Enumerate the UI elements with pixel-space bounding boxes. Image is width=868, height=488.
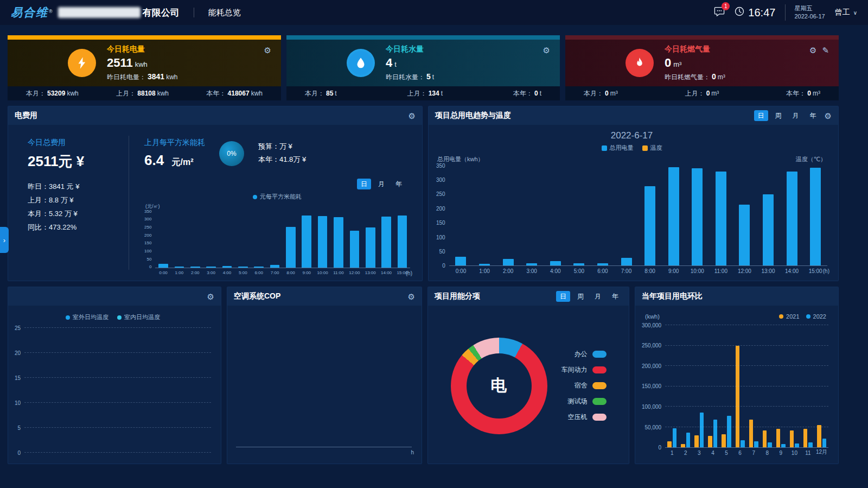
user-menu[interactable]: 曾工 ∨ (835, 8, 857, 17)
chart-gridline (665, 345, 828, 346)
legend-swatch (117, 315, 122, 320)
chart-plot-wrap: (h)0:001:002:003:004:005:006:007:008:009… (449, 166, 827, 274)
lightning-icon (68, 49, 96, 77)
chart-x-label: 2:00 (496, 268, 520, 274)
kpi-value: 4t (386, 56, 500, 70)
company-name-redacted (58, 7, 141, 18)
tab-day[interactable]: 日 (556, 291, 570, 302)
company-suffix: 有限公司 (143, 7, 180, 19)
budget-progress-badge: 0% (219, 141, 244, 166)
settings-gear-icon[interactable]: ⚙ (408, 293, 415, 301)
tab-month[interactable]: 月 (591, 291, 605, 302)
chart-bar (763, 430, 767, 448)
settings-gear-icon[interactable]: ⚙ (825, 112, 832, 120)
donut-legend-swatch (592, 366, 607, 373)
date-label: 2022-06-17 (794, 12, 825, 21)
panel-title: 空调系统COP (234, 291, 280, 301)
kpi-yesterday-unit: t (432, 73, 434, 81)
yearly-mom-chart: 300,000250,000200,000150,000100,00050,00… (642, 325, 828, 456)
settings-gear-icon[interactable]: ⚙ (409, 112, 416, 120)
legend-label: 温度 (650, 144, 662, 152)
donut-legend-label: 测试场 (568, 397, 588, 406)
chart-plot-wrap: (h)0:001:002:003:004:005:006:007:008:009… (155, 211, 410, 275)
panel-body: 电 办公车间动力宿舍测试场空压机 (428, 306, 629, 464)
legend-item: 温度 (642, 144, 662, 152)
kpi-yesterday-unit: kwh (166, 73, 177, 81)
chart-bar (286, 227, 296, 268)
tab-year[interactable]: 年 (608, 291, 622, 302)
messages-button[interactable]: 1 (714, 7, 725, 18)
chart-column (756, 166, 780, 265)
settings-gear-icon[interactable]: ⚙ (809, 46, 816, 54)
kpi-yesterday-label: 昨日耗水量： (386, 73, 425, 81)
panel-header: 项目用能分项 日 周 月 年 (428, 287, 629, 306)
chart-bar (206, 267, 216, 268)
donut-hole: 电 (467, 353, 532, 419)
donut-legend-swatch (592, 398, 607, 405)
chart-x-label: 8 (761, 450, 774, 456)
year-line: 本年：41.8万 ¥ (258, 153, 306, 166)
today-cost-label: 今日总费用 (28, 138, 129, 148)
chevron-down-icon: ∨ (853, 10, 857, 16)
kpi-value: 2511kwh (107, 56, 221, 70)
chart-bar (749, 420, 754, 447)
legend-item: 室外日均温度 (66, 313, 108, 321)
tab-year[interactable]: 年 (392, 179, 406, 189)
chart-bar (741, 440, 745, 448)
donut-legend-swatch (592, 351, 607, 358)
chart-bar (822, 439, 827, 448)
kpi-accent-strip (286, 35, 560, 40)
donut-legend-item: 宿舍 (561, 381, 607, 390)
topbar-right: 1 16:47 星期五 2022-06-17 曾工 ∨ (714, 4, 857, 21)
dashboard-content: 今日耗电量 2511kwh 昨日耗电量：3841kwh ⚙ 本月：53209kw… (8, 35, 839, 464)
sidebar-expand-handle[interactable]: › (0, 227, 9, 253)
chart-x-axis: 0:001:002:003:004:005:006:007:008:009:00… (155, 268, 410, 275)
tab-month[interactable]: 月 (789, 110, 803, 121)
chart-plot-wrap: h (236, 311, 412, 447)
energy-breakdown-donut: 电 (451, 338, 547, 434)
edit-pencil-icon[interactable]: ✎ (822, 46, 829, 54)
chart-column (315, 211, 330, 268)
chart-x-label: 5:00 (235, 270, 251, 275)
chart-column (733, 325, 747, 447)
legend-label: 总用电量 (610, 144, 634, 152)
power-trend-panel: 项目总用电趋势与温度 日 周 月 年 ⚙ 2022-6-17 总用电量温度 总用… (428, 106, 839, 281)
chart-column (473, 166, 496, 265)
chart-column (235, 211, 251, 268)
chart-bar (686, 433, 691, 447)
chart-y-axis: 350300250200150100500 (144, 211, 155, 275)
panel-header: 空调系统COP ⚙ (227, 287, 422, 306)
tab-week[interactable]: 周 (771, 110, 786, 121)
tab-year[interactable]: 年 (806, 110, 820, 121)
chart-bar (739, 205, 750, 265)
panel-title: 项目用能分项 (435, 291, 480, 301)
tab-day[interactable]: 日 (754, 110, 768, 121)
chart-column (251, 211, 267, 268)
nav-energy-overview[interactable]: 能耗总览 (208, 8, 241, 18)
settings-gear-icon[interactable]: ⚙ (543, 46, 550, 54)
kpi-yesterday-value: 5 (426, 72, 431, 81)
chart-column (591, 166, 615, 265)
topbar-left: 易合维® 有限公司 能耗总览 (11, 5, 241, 20)
tab-month[interactable]: 月 (374, 179, 388, 189)
chart-column (719, 325, 733, 447)
tab-week[interactable]: 周 (573, 291, 588, 302)
kpi-yesterday: 昨日耗电量：3841kwh (107, 72, 221, 82)
chart-bar (644, 186, 655, 265)
panel-title: 项目总用电趋势与温度 (435, 111, 511, 121)
chart-gridline (665, 386, 828, 386)
chart-x-label: 12:00 (347, 270, 362, 275)
kpi-footer-item: 上月：0m³ (685, 89, 719, 98)
chart-x-unit: (h) (823, 268, 829, 274)
chart-x-label: 11:00 (709, 268, 733, 274)
chart-plot (665, 325, 828, 448)
chart-bar (754, 441, 758, 447)
budget-line: 预算：万 ¥ (258, 140, 306, 153)
chart-x-label: 12月 (815, 448, 828, 456)
legend-item: 2021 (779, 313, 799, 320)
panel-header: 电费用 ⚙ (8, 106, 422, 125)
kpi-actions: ⚙ (264, 46, 271, 54)
settings-gear-icon[interactable]: ⚙ (264, 46, 271, 54)
settings-gear-icon[interactable]: ⚙ (207, 293, 214, 301)
tab-day[interactable]: 日 (357, 179, 371, 189)
